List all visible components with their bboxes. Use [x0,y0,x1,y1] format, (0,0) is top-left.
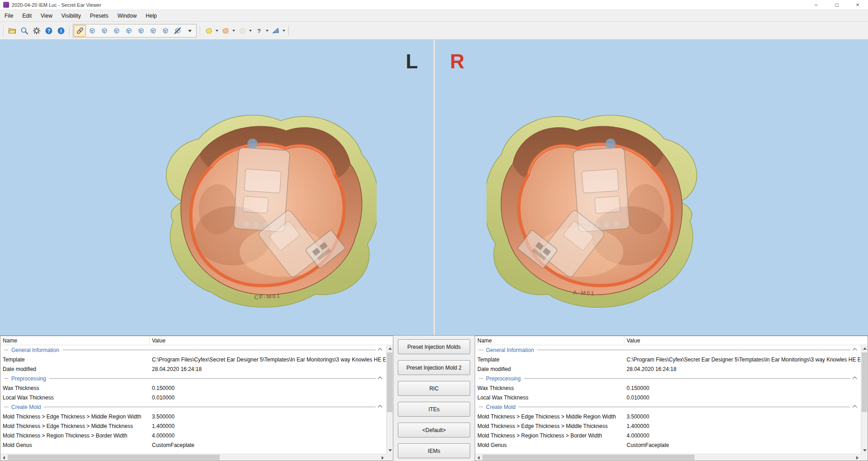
section-header-row[interactable]: General Information [0,345,386,355]
right-ear-model[interactable] [486,85,733,314]
scroll-up-icon[interactable] [387,345,393,352]
property-row[interactable]: Mold Thickness > Edge Thickness > Middle… [0,412,386,421]
preset-button-default[interactable]: <Default> [398,423,470,437]
section-header-row[interactable]: Preprocessing [475,374,860,383]
property-row[interactable]: Wax Thickness0.150000 [475,383,860,393]
preset-button-ric[interactable]: RIC [398,381,470,396]
collapse-chevron-icon[interactable] [853,348,857,352]
property-row[interactable]: TemplateC:\Program Files\Cyfex\Secret Ea… [0,355,386,364]
preset-button-preset-injection-molds[interactable]: Preset Injection Molds [398,339,470,354]
menu-edit[interactable]: Edit [18,10,36,21]
view-cube-top-icon[interactable] [135,25,147,37]
view-cube-right-icon[interactable] [123,25,135,37]
property-row[interactable]: Mold Thickness > Edge Thickness > Middle… [475,412,860,421]
property-row[interactable]: TemplateC:\Program Files\Cyfex\Secret Ea… [475,355,860,364]
vertical-scrollbar[interactable] [386,345,393,454]
property-row[interactable]: Mold GenusCustomFaceplate [0,440,386,450]
view-cube-front-icon[interactable] [86,25,98,37]
column-header-name[interactable]: Name [475,336,624,345]
menu-window[interactable]: Window [113,10,142,21]
section-header-row[interactable]: Preprocessing [0,374,386,383]
shell-visibility-icon[interactable] [203,25,215,37]
measurement-icon[interactable] [171,25,184,37]
property-row[interactable]: Mold Thickness > Region Thickness > Bord… [0,431,386,440]
property-row[interactable]: Local Wax Thickness0.010000 [475,393,860,402]
menu-presets[interactable]: Presets [85,10,113,21]
menu-file[interactable]: File [0,10,18,21]
view-cube-bottom-icon[interactable] [147,25,159,37]
collapse-chevron-icon[interactable] [853,376,857,381]
scrollbar-thumb[interactable] [8,455,220,460]
section-header-row[interactable]: General Information [475,345,860,355]
property-row[interactable]: Mold Thickness > Edge Thickness > Middle… [475,421,860,431]
menu-visibility[interactable]: Visibility [57,10,85,21]
table-header: Name Value [0,336,393,345]
menu-help[interactable]: Help [141,10,161,21]
scroll-up-icon[interactable] [861,345,868,352]
clip-plane-dropdown-icon[interactable] [282,25,286,37]
toolbar-group: ?i [6,25,67,37]
viewport-left[interactable]: L CF-M01 [0,40,434,335]
horizontal-scrollbar[interactable] [0,454,386,461]
link-views-icon[interactable] [74,25,86,37]
collapse-chevron-icon[interactable] [378,376,382,381]
view-cube-back-icon[interactable] [98,25,110,37]
column-header-value[interactable]: Value [150,336,386,345]
clip-plane-icon[interactable] [269,25,282,37]
collapse-chevron-icon[interactable] [378,405,382,409]
context-help-icon[interactable]: ? [253,25,265,37]
property-row[interactable]: Date modified28.04.2020 16:24:18 [475,364,860,374]
open-file-icon[interactable] [6,25,18,37]
context-help-dropdown-icon[interactable] [265,25,269,37]
scroll-down-icon[interactable] [861,447,868,454]
section-line [44,407,376,407]
vertical-scrollbar[interactable] [861,345,868,454]
view-cube-left-icon[interactable] [110,25,123,37]
collapse-chevron-icon[interactable] [853,405,857,409]
preset-button-preset-injection-mold-2[interactable]: Preset Injection Mold 2 [398,360,470,375]
viewport-right[interactable]: R A-M01 [435,40,868,335]
toolbar-separator [288,25,289,36]
scroll-left-icon[interactable] [475,454,482,461]
toolbar-separator [69,25,70,36]
column-header-value[interactable]: Value [624,336,860,345]
column-header-name[interactable]: Name [0,336,150,345]
scroll-right-icon[interactable] [854,454,861,461]
section-header-row[interactable]: Create Mold [475,402,860,412]
menu-view[interactable]: View [36,10,57,21]
wax-visibility-icon[interactable] [236,25,248,37]
zoom-icon[interactable] [18,25,30,37]
minimize-button[interactable]: − [806,0,826,10]
property-row[interactable]: Mold GenusCustomFaceplate [475,440,860,450]
scroll-right-icon[interactable] [379,454,386,461]
view-cube-iso-icon[interactable] [159,25,171,37]
mold-visibility-icon[interactable] [219,25,231,37]
scroll-down-icon[interactable] [387,447,393,454]
left-ear-model[interactable] [130,85,377,314]
property-row[interactable]: Local Wax Thickness0.010000 [0,393,386,402]
property-row[interactable]: Date modified28.04.2020 16:24:18 [0,364,386,374]
section-header-row[interactable]: Create Mold [0,402,386,412]
property-row[interactable]: Wax Thickness0.150000 [0,383,386,393]
wax-visibility-dropdown-icon[interactable] [248,25,253,37]
horizontal-scrollbar[interactable] [475,454,861,461]
close-button[interactable]: × [847,0,868,10]
preset-button-iems[interactable]: IEMs [398,443,470,458]
settings-gear-icon[interactable] [30,25,42,37]
property-row[interactable]: Mold Thickness > Region Thickness > Bord… [475,431,860,440]
info-icon[interactable]: i [55,25,67,37]
scrollbar-thumb[interactable] [862,352,867,412]
maximize-button[interactable]: □ [826,0,847,10]
property-row[interactable]: Mold Thickness > Edge Thickness > Middle… [0,421,386,431]
scrollbar-thumb[interactable] [387,352,392,412]
scrollbar-thumb[interactable] [482,455,694,460]
collapse-chevron-icon[interactable] [378,348,382,352]
scroll-left-icon[interactable] [0,454,7,461]
help-icon[interactable]: ? [42,25,55,37]
mold-visibility-dropdown-icon[interactable] [231,25,236,37]
view-presets-overflow-icon[interactable] [184,25,196,37]
shell-visibility-dropdown-icon[interactable] [215,25,219,37]
property-value: CustomFaceplate [624,442,860,448]
preset-button-ites[interactable]: ITEs [398,402,470,417]
property-value: 1.400000 [150,423,386,429]
